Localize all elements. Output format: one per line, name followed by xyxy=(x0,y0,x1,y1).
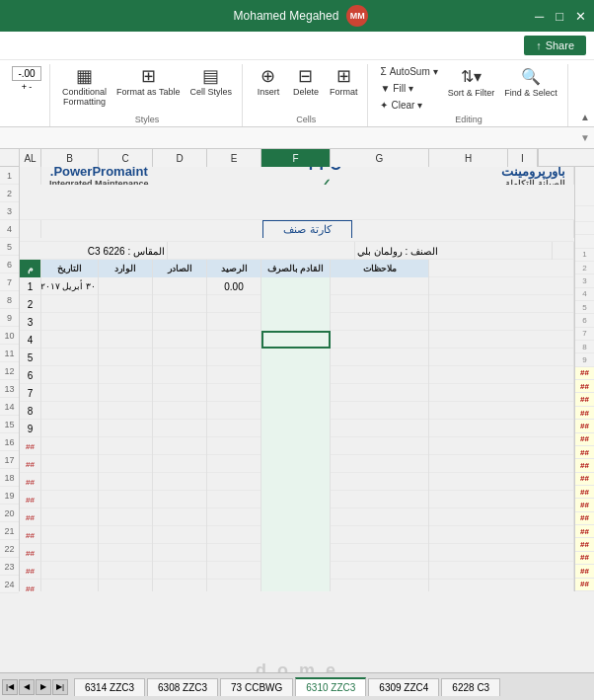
cell-row1-balance[interactable]: 0.00 xyxy=(207,277,261,295)
cell-row1-out[interactable] xyxy=(153,277,207,295)
cell-r2-num[interactable]: 2 xyxy=(20,295,41,313)
cells-group-items: ⊕ Insert ⊟ Delete ⊞ Format xyxy=(251,64,362,113)
cell-r2-balance[interactable] xyxy=(207,295,261,313)
cell-r3-balance[interactable] xyxy=(207,313,261,331)
clear-dropdown-icon[interactable]: ▾ xyxy=(417,100,422,111)
cell-r3-notes[interactable] xyxy=(331,313,429,331)
tab-6228c3[interactable]: 6228 C3 xyxy=(441,678,500,696)
right-num-10: ## xyxy=(575,367,594,380)
cell-row1-num[interactable]: 1 xyxy=(20,277,41,295)
cell-r5-future[interactable] xyxy=(261,349,331,366)
col-header-i[interactable]: I xyxy=(508,149,538,167)
col-header-d[interactable]: D xyxy=(153,149,207,167)
cell-hash-num-5[interactable]: ## xyxy=(20,526,41,544)
conditional-formatting-button[interactable]: ▦ ConditionalFormatting xyxy=(58,64,111,110)
data-row-hash-7: ## xyxy=(20,562,574,580)
tab-nav-first[interactable]: |◀ xyxy=(2,679,18,695)
cell-r4-out[interactable] xyxy=(153,331,207,349)
cell-hash-num-7[interactable]: ## xyxy=(20,562,41,580)
fill-button[interactable]: ▼ Fill ▾ xyxy=(376,81,441,96)
cell-hash-num-8[interactable]: ## xyxy=(20,580,41,591)
tab-6309zzc4[interactable]: 6309 ZZC4 xyxy=(368,678,439,696)
minimize-icon[interactable]: ─ xyxy=(535,9,544,24)
cell-r5-out[interactable] xyxy=(153,349,207,366)
cell-al-info[interactable] xyxy=(553,242,574,260)
tab-73ccbwg[interactable]: 73 CCBWG xyxy=(220,678,293,696)
cell-r2-notes[interactable] xyxy=(331,295,429,313)
cell-r2-future[interactable] xyxy=(261,295,331,313)
right-num-4: 4 xyxy=(575,288,594,301)
format-table-icon: ⊞ xyxy=(141,67,156,85)
cell-r5-in[interactable] xyxy=(99,349,153,366)
ribbon-group-editing: Σ AutoSum ▾ ▼ Fill ▾ ✦ Clear ▾ xyxy=(370,64,567,126)
cell-r3-date[interactable] xyxy=(41,313,99,331)
format-as-table-button[interactable]: ⊞ Format as Table xyxy=(112,64,184,100)
cell-hash-num-4[interactable]: ## xyxy=(20,508,41,526)
col-header-f[interactable]: F xyxy=(261,149,331,167)
cell-r4-date[interactable] xyxy=(41,331,99,349)
share-button[interactable]: ↑ Share xyxy=(524,36,586,55)
cell-hash-num-1[interactable]: ## xyxy=(20,455,41,473)
cell-row1-date[interactable]: ٣٠ أبريل ٢٠١٧ xyxy=(41,277,99,295)
cell-r4-num[interactable]: 4 xyxy=(20,331,41,349)
tab-nav-next[interactable]: ▶ xyxy=(36,679,51,695)
right-num-21: ## xyxy=(575,512,594,525)
cell-r2-out[interactable] xyxy=(153,295,207,313)
cell-r4-balance[interactable] xyxy=(207,331,261,349)
close-icon[interactable]: ✕ xyxy=(575,9,586,24)
right-num-18: ## xyxy=(575,473,594,486)
clear-button[interactable]: ✦ Clear ▾ xyxy=(376,98,441,113)
sort-filter-button[interactable]: ⇅▾ Sort & Filter xyxy=(444,64,499,101)
row-num-23: 23 xyxy=(0,558,19,576)
fill-dropdown-icon[interactable]: ▾ xyxy=(408,83,413,94)
cell-r3-in[interactable] xyxy=(99,313,153,331)
tab-6310zzc3[interactable]: 6310 ZZC3 xyxy=(295,677,366,696)
tab-6314zzc3[interactable]: 6314 ZZC3 xyxy=(74,678,145,696)
num-increase-icon[interactable]: + xyxy=(22,82,27,92)
autosum-button[interactable]: Σ AutoSum ▾ xyxy=(376,64,441,79)
tab-6308zzc3[interactable]: 6308 ZZC3 xyxy=(147,678,218,696)
cell-r2-date[interactable] xyxy=(41,295,99,313)
col-header-h[interactable]: H xyxy=(429,149,508,167)
format-button[interactable]: ⊞ Format xyxy=(326,64,362,100)
autosum-dropdown-icon[interactable]: ▾ xyxy=(433,66,438,77)
cell-row1-future[interactable] xyxy=(261,277,331,295)
col-header-b[interactable]: B xyxy=(41,149,99,167)
autosum-icon: Σ xyxy=(380,66,386,77)
num-decrease-icon[interactable]: - xyxy=(29,82,32,92)
cell-r4-future[interactable] xyxy=(261,331,331,349)
cell-hash-num-2[interactable]: ## xyxy=(20,473,41,491)
cell-al-title[interactable] xyxy=(20,220,41,238)
number-format-control[interactable]: -.00 + - xyxy=(10,64,43,94)
cell-hash-num-3[interactable]: ## xyxy=(20,491,41,508)
user-avatar[interactable]: MM xyxy=(346,5,368,27)
cell-row1-notes[interactable] xyxy=(331,277,429,295)
maximize-icon[interactable]: □ xyxy=(556,9,563,24)
cell-hash-num-6[interactable]: ## xyxy=(20,544,41,562)
cell-r5-balance[interactable] xyxy=(207,349,261,366)
cell-r6-num[interactable]: 6 xyxy=(20,366,41,384)
cell-r5-num[interactable]: 5 xyxy=(20,349,41,366)
col-header-g[interactable]: G xyxy=(331,149,429,167)
col-header-al[interactable]: AL xyxy=(20,149,41,167)
col-header-e[interactable]: E xyxy=(207,149,261,167)
insert-button[interactable]: ⊕ Insert xyxy=(251,64,286,100)
cell-r3-future[interactable] xyxy=(261,313,331,331)
cell-r3-num[interactable]: 3 xyxy=(20,313,41,331)
cell-hash-num-0[interactable]: ## xyxy=(20,437,41,455)
ribbon-collapse[interactable]: ▲ xyxy=(580,64,590,126)
cell-r4-notes[interactable] xyxy=(331,331,429,349)
cell-al-1[interactable] xyxy=(20,167,41,185)
cell-r3-out[interactable] xyxy=(153,313,207,331)
cell-r4-in[interactable] xyxy=(99,331,153,349)
cell-r5-date[interactable] xyxy=(41,349,99,366)
find-select-button[interactable]: 🔍 Find & Select xyxy=(500,64,561,101)
cell-r2-in[interactable] xyxy=(99,295,153,313)
col-header-c[interactable]: C xyxy=(99,149,153,167)
tab-nav-prev[interactable]: ◀ xyxy=(19,679,35,695)
delete-button[interactable]: ⊟ Delete xyxy=(288,64,324,100)
cell-row1-in[interactable] xyxy=(99,277,153,295)
cell-r5-notes[interactable] xyxy=(331,349,429,366)
cell-styles-button[interactable]: ▤ Cell Styles xyxy=(186,64,236,100)
tab-nav-last[interactable]: ▶| xyxy=(52,679,68,695)
